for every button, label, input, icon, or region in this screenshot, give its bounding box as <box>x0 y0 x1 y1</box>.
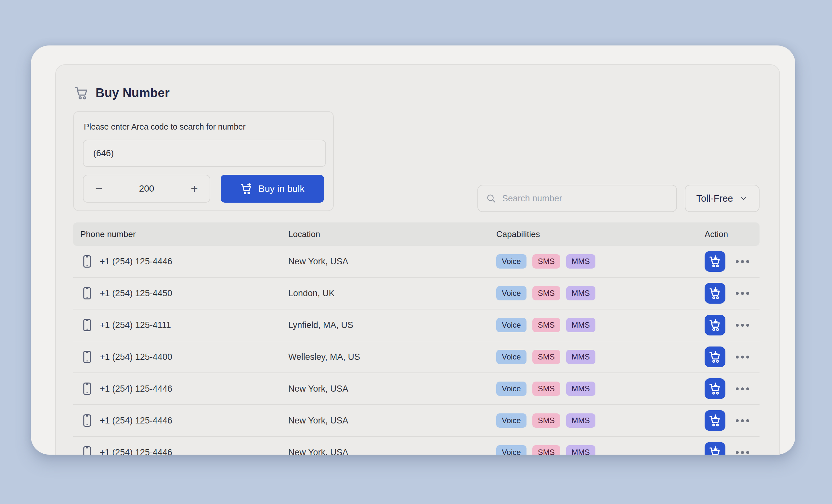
cart-download-icon <box>708 446 722 455</box>
column-header-action: Action <box>705 229 759 239</box>
search-input[interactable] <box>502 194 669 204</box>
ellipsis-icon <box>746 292 749 295</box>
page-title: Buy Number <box>96 86 170 100</box>
increment-button[interactable]: + <box>191 183 198 195</box>
action-cell <box>705 378 759 399</box>
smartphone-icon <box>82 255 92 268</box>
capability-badges: VoiceSMSMMS <box>496 318 705 332</box>
location: New York, USA <box>288 448 496 455</box>
ellipsis-icon <box>736 356 739 359</box>
capability-badge-mms: MMS <box>566 350 595 364</box>
ellipsis-icon <box>736 260 739 263</box>
buy-number-button[interactable] <box>705 315 725 335</box>
ellipsis-icon <box>746 387 749 390</box>
more-options-button[interactable] <box>734 290 751 297</box>
phone-number: +1 (254) 125-4446 <box>100 448 172 455</box>
more-options-button[interactable] <box>734 322 751 329</box>
ellipsis-icon <box>741 387 744 390</box>
action-cell <box>705 283 759 304</box>
location: Lynfield, MA, US <box>288 320 496 330</box>
ellipsis-icon <box>746 419 749 422</box>
location: New York, USA <box>288 416 496 426</box>
table-row: +1 (254) 125-4446 New York, USA VoiceSMS… <box>73 373 759 405</box>
action-cell <box>705 315 759 335</box>
location: New York, USA <box>288 256 496 267</box>
cart-download-icon <box>708 382 722 395</box>
number-type-value: Toll-Free <box>697 193 733 204</box>
more-options-button[interactable] <box>734 258 751 265</box>
table-row: +1 (254) 125-4400 Wellesley, MA, US Voic… <box>73 341 759 373</box>
page-header: Buy Number <box>74 84 170 101</box>
numbers-table: Phone number Location Capabilities Actio… <box>73 222 759 455</box>
capability-badge-mms: MMS <box>566 382 595 396</box>
app-window: Buy Number Please enter Area code to sea… <box>31 46 795 455</box>
column-header-location: Location <box>288 229 496 239</box>
location: New York, USA <box>288 384 496 394</box>
phone-number: +1 (254) 125-4446 <box>100 256 172 267</box>
ellipsis-icon <box>736 387 739 390</box>
action-cell <box>705 410 759 431</box>
smartphone-icon <box>82 414 92 427</box>
action-cell <box>705 251 759 272</box>
action-cell <box>705 442 759 455</box>
buy-number-button[interactable] <box>705 378 725 399</box>
table-row: +1 (254) 125-4446 New York, USA VoiceSMS… <box>73 246 759 278</box>
buy-number-button[interactable] <box>705 442 725 455</box>
capability-badge-sms: SMS <box>532 254 560 269</box>
smartphone-icon <box>82 286 92 300</box>
ellipsis-icon <box>736 324 739 327</box>
phone-number: +1 (254) 125-4450 <box>100 288 172 299</box>
ellipsis-icon <box>746 260 749 263</box>
capability-badges: VoiceSMSMMS <box>496 286 705 300</box>
more-options-button[interactable] <box>734 354 751 361</box>
quantity-stepper: − 200 + <box>83 175 210 203</box>
more-options-button[interactable] <box>734 386 751 392</box>
area-code-panel: Please enter Area code to search for num… <box>73 111 334 211</box>
capability-badge-sms: SMS <box>532 286 560 300</box>
phone-cell: +1 (254) 125-4111 <box>80 318 288 332</box>
ellipsis-icon <box>746 324 749 327</box>
capability-badge-sms: SMS <box>532 318 560 332</box>
buy-number-button[interactable] <box>705 410 725 431</box>
ellipsis-icon <box>736 451 739 454</box>
capability-badge-mms: MMS <box>566 445 595 455</box>
number-type-select[interactable]: Toll-Free <box>685 185 759 212</box>
location: London, UK <box>288 288 496 299</box>
buy-number-button[interactable] <box>705 283 725 304</box>
phone-number: +1 (254) 125-4446 <box>100 416 172 426</box>
capability-badges: VoiceSMSMMS <box>496 254 705 269</box>
capability-badge-voice: Voice <box>496 254 526 269</box>
smartphone-icon <box>82 318 92 332</box>
phone-cell: +1 (254) 125-4446 <box>80 382 288 395</box>
ellipsis-icon <box>741 451 744 454</box>
capability-badge-mms: MMS <box>566 413 595 428</box>
decrement-button[interactable]: − <box>95 183 102 195</box>
action-cell <box>705 346 759 367</box>
capability-badge-voice: Voice <box>496 286 526 300</box>
buy-number-button[interactable] <box>705 251 725 272</box>
buy-number-button[interactable] <box>705 346 725 367</box>
capability-badge-sms: SMS <box>532 413 560 428</box>
ellipsis-icon <box>736 292 739 295</box>
more-options-button[interactable] <box>734 417 751 424</box>
column-header-capabilities: Capabilities <box>496 229 705 239</box>
capability-badge-voice: Voice <box>496 318 526 332</box>
phone-cell: +1 (254) 125-4446 <box>80 414 288 427</box>
smartphone-icon <box>82 446 92 455</box>
cart-download-icon <box>708 287 722 300</box>
quantity-value[interactable]: 200 <box>139 184 154 194</box>
capability-badge-mms: MMS <box>566 286 595 300</box>
buy-in-bulk-button[interactable]: Buy in bulk <box>221 175 324 203</box>
table-row: +1 (254) 125-4111 Lynfield, MA, US Voice… <box>73 309 759 341</box>
ellipsis-icon <box>736 419 739 422</box>
area-code-input[interactable] <box>83 140 326 167</box>
cart-download-icon <box>708 255 722 268</box>
search-icon <box>486 193 496 204</box>
phone-cell: +1 (254) 125-4446 <box>80 446 288 455</box>
capability-badges: VoiceSMSMMS <box>496 382 705 396</box>
location: Wellesley, MA, US <box>288 352 496 362</box>
more-options-button[interactable] <box>734 449 751 455</box>
table-body: +1 (254) 125-4446 New York, USA VoiceSMS… <box>73 246 759 455</box>
area-code-label: Please enter Area code to search for num… <box>84 122 246 132</box>
capability-badges: VoiceSMSMMS <box>496 413 705 428</box>
